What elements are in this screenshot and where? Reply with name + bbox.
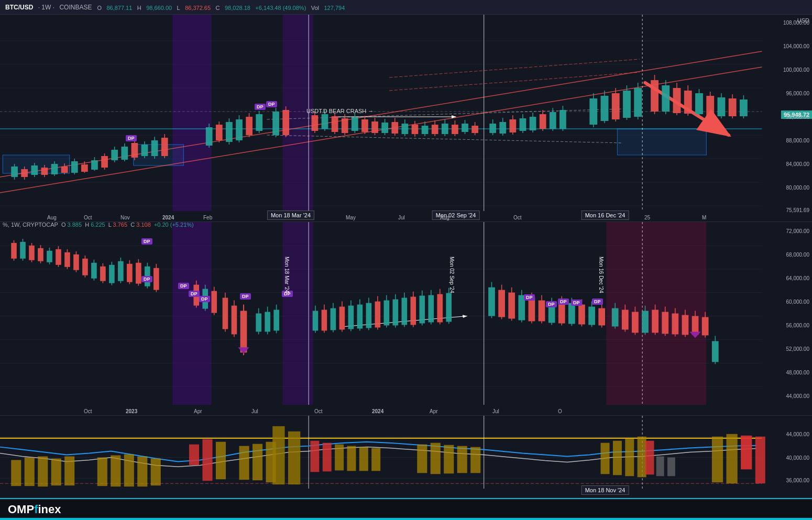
svg-rect-243 xyxy=(410,297,416,325)
teal-bottom-bar xyxy=(0,518,812,520)
x-oct: Oct xyxy=(84,215,92,220)
svg-rect-225 xyxy=(331,308,336,330)
svg-rect-211 xyxy=(232,306,237,335)
svg-rect-309 xyxy=(11,460,21,486)
y-88k: 88,000.00 xyxy=(786,138,810,143)
svg-rect-326 xyxy=(288,432,300,484)
svg-rect-346 xyxy=(727,434,738,483)
svg-rect-295 xyxy=(702,317,709,336)
svg-rect-28 xyxy=(11,167,18,177)
y-sub-60k: 60,000.00 xyxy=(786,299,810,305)
main-chart: DP DP DP USDT.D BEAR CRASH → Mon 18 Mar … xyxy=(0,15,812,222)
svg-rect-88 xyxy=(371,121,378,133)
svg-rect-90 xyxy=(381,123,388,133)
svg-rect-175 xyxy=(38,248,43,261)
pair-info: BTC/USD · 1W · COINBASE xyxy=(5,4,97,11)
x-aug2: Aug xyxy=(440,215,449,220)
svg-rect-108 xyxy=(471,126,478,133)
svg-rect-317 xyxy=(137,456,147,486)
svg-rect-325 xyxy=(272,426,284,484)
svg-rect-338 xyxy=(601,443,610,474)
y-sub-44k: 44,000.00 xyxy=(786,393,810,399)
svg-rect-253 xyxy=(488,287,495,316)
svg-rect-201 xyxy=(153,268,159,290)
svg-line-19 xyxy=(389,59,640,78)
y-sub-68k: 68,000.00 xyxy=(786,252,810,258)
svg-rect-311 xyxy=(38,456,48,486)
dp-badge-sub-5: DP xyxy=(240,293,251,300)
svg-rect-187 xyxy=(91,263,97,279)
svg-rect-347 xyxy=(741,436,752,470)
svg-rect-293 xyxy=(692,316,699,335)
svg-rect-229 xyxy=(348,306,354,329)
svg-rect-70 xyxy=(256,114,262,131)
svg-rect-310 xyxy=(25,457,35,486)
x-jul: Jul xyxy=(398,215,405,220)
svg-rect-74 xyxy=(282,110,289,135)
vol-value: 127,794 xyxy=(324,5,345,11)
dp-badge-sub-9: DP xyxy=(546,301,557,307)
svg-rect-339 xyxy=(613,441,622,475)
top-bar: BTC/USD · 1W · COINBASE O 86,877.11 H 98… xyxy=(0,0,812,15)
svg-rect-275 xyxy=(598,308,605,326)
y-96k: 96,000.00 xyxy=(786,91,810,96)
svg-rect-128 xyxy=(601,96,609,121)
y-100k: 100,000.00 xyxy=(783,67,809,73)
main-chart-svg xyxy=(0,15,812,222)
svg-rect-169 xyxy=(11,243,17,259)
svg-rect-86 xyxy=(361,119,368,132)
svg-rect-279 xyxy=(622,310,629,330)
y-sub-48k: 48,000.00 xyxy=(786,370,810,375)
svg-rect-237 xyxy=(384,301,390,326)
svg-rect-62 xyxy=(216,125,223,140)
svg-rect-283 xyxy=(642,311,649,333)
svg-rect-336 xyxy=(457,446,467,473)
svg-rect-118 xyxy=(530,117,536,130)
svg-rect-106 xyxy=(462,124,468,132)
vol-label: Vol xyxy=(311,5,319,11)
svg-rect-335 xyxy=(444,445,454,474)
svg-rect-72 xyxy=(272,112,279,135)
dp-badge-1: DP xyxy=(126,135,137,141)
y-84k: 84,000.00 xyxy=(786,161,810,167)
x-sub-oct2: Oct xyxy=(314,408,323,414)
svg-rect-239 xyxy=(393,300,399,326)
svg-rect-221 xyxy=(313,311,319,331)
svg-rect-183 xyxy=(73,255,79,270)
dp-badge-3: DP xyxy=(266,101,277,107)
svg-rect-249 xyxy=(437,294,443,323)
dp-badge-sub-4: DP xyxy=(199,296,210,302)
svg-rect-38 xyxy=(61,167,68,173)
svg-rect-312 xyxy=(51,458,61,485)
svg-rect-193 xyxy=(118,261,124,281)
svg-rect-162 xyxy=(282,222,313,405)
open-label: O xyxy=(97,5,102,11)
svg-rect-313 xyxy=(64,456,74,485)
dp-badge-2: DP xyxy=(255,104,266,110)
svg-rect-177 xyxy=(47,251,52,262)
svg-rect-209 xyxy=(223,298,228,329)
svg-rect-344 xyxy=(667,457,675,476)
high-label: H xyxy=(137,5,141,11)
svg-rect-12 xyxy=(617,129,706,155)
sub-vdate-dec16: Mon 16 Dec '24 xyxy=(598,257,604,293)
svg-rect-314 xyxy=(97,457,107,486)
low-label: L xyxy=(177,5,180,11)
svg-rect-287 xyxy=(662,312,668,334)
svg-rect-104 xyxy=(452,125,458,134)
svg-rect-136 xyxy=(651,80,659,112)
x-sub-2023: 2023 xyxy=(126,408,137,414)
svg-rect-255 xyxy=(498,290,505,317)
svg-rect-60 xyxy=(206,127,213,146)
svg-line-27 xyxy=(645,83,729,135)
close-value: 98,028.18 xyxy=(225,5,250,11)
svg-rect-342 xyxy=(645,441,654,475)
svg-rect-56 xyxy=(151,140,158,156)
open-value: 86,877.11 xyxy=(106,5,132,11)
x-m: M xyxy=(702,215,706,220)
svg-rect-191 xyxy=(109,265,115,283)
svg-rect-150 xyxy=(729,98,737,116)
svg-rect-48 xyxy=(111,150,118,160)
y-bot-44k: 44,000.00 xyxy=(786,432,810,437)
x-feb: Feb xyxy=(203,215,212,220)
